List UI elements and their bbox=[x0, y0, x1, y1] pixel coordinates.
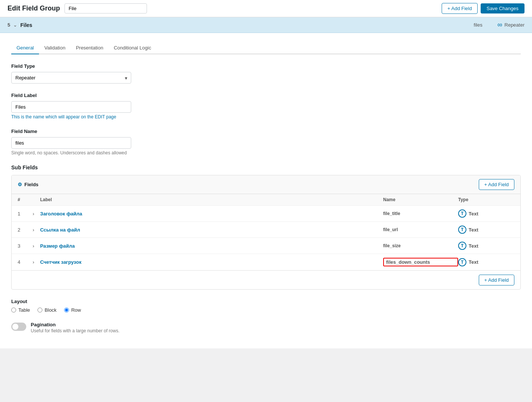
type-label-4: Text bbox=[469, 259, 478, 265]
group-name-input[interactable] bbox=[64, 3, 147, 13]
pagination-toggle[interactable] bbox=[11, 323, 26, 331]
col-header-num: # bbox=[18, 197, 33, 202]
table-row: 3 › Размер файла file_size T Text bbox=[12, 238, 520, 254]
row-name-4: files_down_counts bbox=[383, 258, 458, 266]
row-label-link-4[interactable]: Счетчик загрузок bbox=[40, 259, 81, 265]
row-field-key: files bbox=[474, 22, 483, 28]
type-label-1: Text bbox=[469, 211, 478, 217]
type-label-2: Text bbox=[469, 227, 478, 233]
col-header-name: Name bbox=[383, 197, 458, 202]
layout-option-block[interactable]: Block bbox=[37, 307, 57, 313]
sub-fields-label: Sub Fields bbox=[11, 164, 521, 170]
layout-option-row-label: Row bbox=[71, 307, 81, 313]
row-expand-3[interactable]: › bbox=[33, 243, 40, 249]
row-type-label: Repeater bbox=[505, 22, 525, 28]
layout-option-table[interactable]: Table bbox=[11, 307, 30, 313]
layout-radio-table[interactable] bbox=[11, 308, 16, 312]
fields-table-header: ⚙ Fields + Add Field bbox=[12, 175, 520, 194]
row-type-badge: ∞ Repeater bbox=[498, 21, 525, 29]
tab-conditional-logic[interactable]: Conditional Logic bbox=[108, 42, 156, 54]
save-changes-button[interactable]: Save Changes bbox=[481, 3, 525, 13]
tab-general[interactable]: General bbox=[11, 42, 39, 54]
row-type-4: T Text bbox=[458, 258, 514, 266]
highlighted-name-4: files_down_counts bbox=[383, 258, 458, 266]
row-index-2: 2 bbox=[18, 227, 33, 233]
layout-option-row[interactable]: Row bbox=[64, 307, 81, 313]
row-name-2: file_url bbox=[383, 227, 458, 232]
field-label-input[interactable] bbox=[11, 101, 131, 113]
row-chevron-icon[interactable]: ⌄ bbox=[13, 22, 17, 28]
table-footer: + Add Field bbox=[12, 270, 520, 289]
tab-presentation[interactable]: Presentation bbox=[70, 42, 108, 54]
layout-option-table-label: Table bbox=[18, 307, 30, 313]
fields-title: ⚙ Fields bbox=[18, 182, 39, 187]
field-name-hint: Single word, no spaces. Underscores and … bbox=[11, 150, 521, 155]
type-circle-3: T bbox=[458, 242, 466, 250]
table-columns: # Label Name Type bbox=[12, 194, 520, 206]
pagination-hint: Useful for fields with a large number of… bbox=[31, 328, 120, 333]
type-label-3: Text bbox=[469, 243, 478, 249]
top-bar-right: + Add Field Save Changes bbox=[442, 3, 525, 14]
row-number: 5 bbox=[7, 22, 10, 28]
col-header-label: Label bbox=[40, 197, 383, 202]
table-row: 4 › Счетчик загрузок files_down_counts T… bbox=[12, 254, 520, 270]
fields-title-text: Fields bbox=[24, 182, 39, 187]
row-index-4: 4 bbox=[18, 259, 33, 265]
field-label-section: Field Label This is the name which will … bbox=[11, 93, 521, 120]
row-label-link-3[interactable]: Размер файла bbox=[40, 243, 75, 249]
pagination-section: Pagination Useful for fields with a larg… bbox=[11, 322, 521, 333]
field-type-select-wrapper: Repeater ▾ bbox=[11, 72, 131, 84]
sub-fields-section: Sub Fields ⚙ Fields + Add Field # Label … bbox=[11, 164, 521, 290]
layout-option-block-label: Block bbox=[45, 307, 57, 313]
field-group-row: 5 ⌄ Files files ∞ Repeater bbox=[0, 17, 532, 33]
field-name-label: Field Name bbox=[11, 129, 521, 134]
field-type-label: Field Type bbox=[11, 63, 521, 69]
toggle-slider bbox=[11, 323, 26, 331]
type-circle-1: T bbox=[458, 209, 466, 218]
row-index-1: 1 bbox=[18, 211, 33, 217]
field-label-hint: This is the name which will appear on th… bbox=[11, 114, 521, 120]
row-expand-1[interactable]: › bbox=[33, 211, 40, 217]
row-label-link-2[interactable]: Ссылка на файл bbox=[40, 227, 80, 233]
row-name-1: file_title bbox=[383, 211, 458, 216]
infinity-icon: ∞ bbox=[498, 21, 502, 29]
field-type-select[interactable]: Repeater bbox=[11, 72, 131, 84]
layout-label: Layout bbox=[11, 299, 521, 304]
row-label-3: Размер файла bbox=[40, 243, 383, 249]
row-label-2: Ссылка на файл bbox=[40, 227, 383, 233]
type-circle-2: T bbox=[458, 226, 466, 234]
row-type-2: T Text bbox=[458, 226, 514, 234]
row-type-1: T Text bbox=[458, 209, 514, 218]
row-label: Files bbox=[20, 22, 474, 28]
col-header-type: Type bbox=[458, 197, 514, 202]
sub-add-field-button[interactable]: + Add Field bbox=[479, 179, 514, 190]
main-content: General Validation Presentation Conditio… bbox=[0, 33, 532, 348]
row-name-3: file_size bbox=[383, 243, 458, 248]
page-title: Edit Field Group bbox=[7, 4, 60, 12]
field-name-input[interactable] bbox=[11, 137, 131, 149]
add-field-button[interactable]: + Add Field bbox=[442, 3, 477, 14]
sub-add-field-footer-button[interactable]: + Add Field bbox=[479, 275, 514, 285]
tab-validation[interactable]: Validation bbox=[39, 42, 70, 54]
tabs: General Validation Presentation Conditio… bbox=[11, 42, 521, 54]
row-expand-4[interactable]: › bbox=[33, 259, 40, 265]
top-bar: Edit Field Group + Add Field Save Change… bbox=[0, 0, 532, 17]
table-row: 2 › Ссылка на файл file_url T Text bbox=[12, 222, 520, 238]
layout-radio-row[interactable] bbox=[64, 308, 69, 312]
table-row: 1 › Заголовок файла file_title T Text bbox=[12, 206, 520, 222]
row-index-3: 3 bbox=[18, 243, 33, 249]
settings-icon: ⚙ bbox=[18, 182, 22, 187]
layout-radio-group: Table Block Row bbox=[11, 307, 521, 313]
row-label-1: Заголовок файла bbox=[40, 211, 383, 217]
layout-section: Layout Table Block Row bbox=[11, 299, 521, 313]
field-label-label: Field Label bbox=[11, 93, 521, 98]
fields-table: ⚙ Fields + Add Field # Label Name Type 1… bbox=[11, 175, 521, 290]
field-name-section: Field Name Single word, no spaces. Under… bbox=[11, 129, 521, 155]
layout-radio-block[interactable] bbox=[37, 308, 42, 312]
row-label-link-1[interactable]: Заголовок файла bbox=[40, 211, 82, 217]
row-expand-2[interactable]: › bbox=[33, 227, 40, 233]
field-type-section: Field Type Repeater ▾ bbox=[11, 63, 521, 84]
top-bar-left: Edit Field Group bbox=[7, 3, 147, 13]
pagination-text: Pagination Useful for fields with a larg… bbox=[31, 322, 120, 333]
row-label-4: Счетчик загрузок bbox=[40, 259, 383, 265]
